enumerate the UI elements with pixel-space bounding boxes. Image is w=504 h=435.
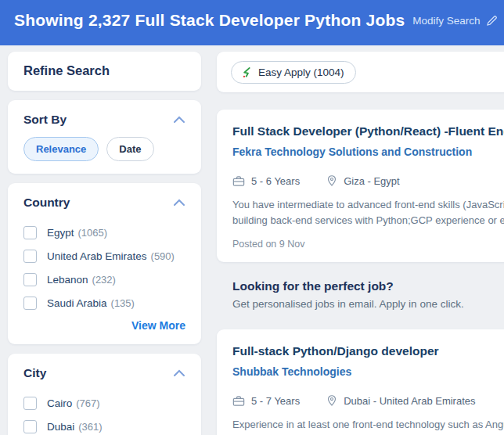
result-count: (767)	[76, 397, 99, 409]
sort-by-section: Sort By Relevance Date	[8, 100, 201, 174]
country-option-uae[interactable]: United Arab Emirates (590)	[23, 244, 185, 268]
job-company-link[interactable]: Shubbak Technologies	[232, 365, 504, 378]
checkbox[interactable]	[23, 420, 37, 433]
sort-relevance-chip[interactable]: Relevance	[23, 137, 99, 161]
city-title: City	[23, 366, 46, 380]
sort-date-chip[interactable]: Date	[106, 137, 153, 161]
checkbox[interactable]	[23, 226, 37, 239]
experience-info: 5 - 6 Years	[232, 175, 300, 187]
result-count: (361)	[78, 421, 102, 433]
results-toolbar: Easy Apply (1004)	[217, 52, 504, 92]
banner-title: Looking for the perfect job?	[232, 279, 504, 293]
easy-apply-label: Easy Apply (1004)	[258, 67, 344, 78]
refine-search-title: Refine Search	[23, 63, 185, 78]
country-view-more-link[interactable]: View More	[23, 319, 185, 332]
location-info: Giza - Egypt	[326, 174, 400, 187]
briefcase-icon	[232, 175, 245, 187]
job-card[interactable]: Full-stack Python/Django developer Shubb…	[217, 329, 504, 435]
city-option-dubai[interactable]: Dubai (361)	[23, 415, 185, 435]
country-title: Country	[23, 196, 70, 210]
country-option-lebanon[interactable]: Lebanon (232)	[23, 268, 185, 291]
result-count: (1065)	[78, 227, 108, 239]
modify-search-link[interactable]: Modify Search	[412, 14, 498, 27]
page-header: Showing 2,327 Full Stack Developer Pytho…	[0, 0, 504, 45]
country-option-saudi-arabia[interactable]: Saudi Arabia (135)	[23, 291, 185, 315]
briefcase-icon	[232, 395, 245, 407]
refine-sidebar: Refine Search Sort By Relevance Date Cou…	[8, 52, 201, 435]
result-count: (135)	[111, 297, 135, 309]
job-title-link[interactable]: Full-stack Python/Django developer	[232, 344, 504, 358]
location-info: Dubai - United Arab Emirates	[326, 394, 475, 407]
results-panel: Easy Apply (1004) Full Stack Developer (…	[217, 52, 504, 435]
sort-by-title: Sort By	[23, 113, 67, 127]
country-option-egypt[interactable]: Egypt (1065)	[23, 221, 185, 244]
job-alert-banner: Looking for the perfect job? Get persona…	[217, 279, 504, 310]
job-title-link[interactable]: Full Stack Developer (Python/React) -Flu…	[232, 124, 504, 138]
results-title: Showing 2,327 Full Stack Developer Pytho…	[14, 11, 405, 30]
experience-info: 5 - 7 Years	[232, 395, 300, 407]
checkbox[interactable]	[23, 297, 37, 310]
chevron-up-icon[interactable]	[173, 113, 185, 127]
city-filter-section: City Cairo (767) Dubai (361) Abu Dhabi (…	[8, 354, 201, 435]
job-description: Experience in at least one front-end tec…	[232, 417, 504, 435]
country-filter-section: Country Egypt (1065) United Arab Emirate…	[8, 183, 201, 344]
easy-apply-filter-chip[interactable]: Easy Apply (1004)	[231, 61, 356, 84]
posted-date: Posted on 9 Nov	[232, 239, 504, 250]
modify-search-label: Modify Search	[412, 15, 480, 27]
refine-search-card: Refine Search	[8, 52, 201, 91]
pencil-icon	[485, 14, 499, 27]
location-pin-icon	[326, 394, 337, 407]
chevron-up-icon[interactable]	[173, 366, 185, 380]
location-pin-icon	[326, 174, 337, 187]
banner-subtitle: Get personalised jobs in email. Apply in…	[232, 298, 504, 310]
chevron-up-icon[interactable]	[173, 196, 185, 210]
job-card[interactable]: Full Stack Developer (Python/React) -Flu…	[217, 110, 504, 262]
city-option-cairo[interactable]: Cairo (767)	[23, 391, 185, 415]
checkbox[interactable]	[23, 273, 37, 286]
job-company-link[interactable]: Fekra Technology Solutions and Construct…	[232, 146, 504, 158]
job-description: You have intermediate to advanced front-…	[232, 197, 504, 228]
result-count: (232)	[92, 274, 116, 286]
result-count: (590)	[151, 250, 175, 262]
checkbox[interactable]	[23, 250, 37, 263]
easy-apply-bolt-icon	[241, 67, 253, 78]
checkbox[interactable]	[23, 397, 37, 410]
